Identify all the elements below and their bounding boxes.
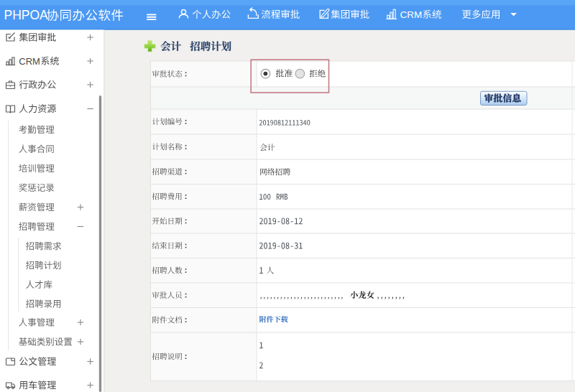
svg-text:CRM: CRM xyxy=(19,56,40,67)
svg-text:PHPOA: PHPOA xyxy=(4,8,49,22)
svg-text:CRM: CRM xyxy=(400,9,423,20)
